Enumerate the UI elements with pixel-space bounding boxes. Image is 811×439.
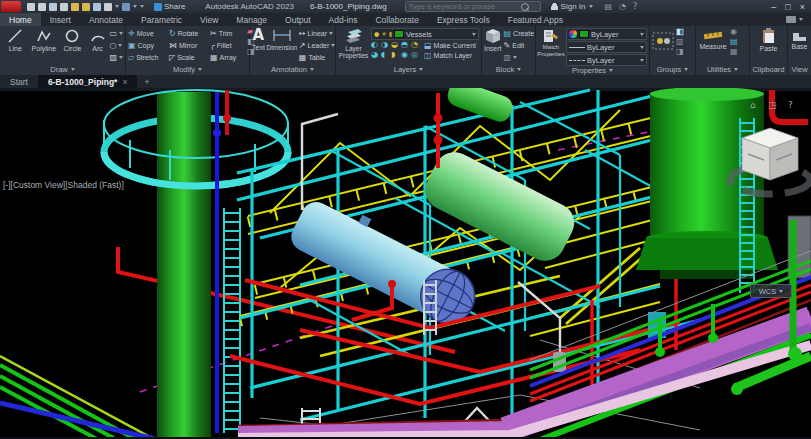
array-tool[interactable]: ▦Array <box>210 52 244 63</box>
quick-calculator-icon[interactable]: ▤ <box>730 38 738 46</box>
layer-delete-icon[interactable]: ◎ <box>411 51 421 61</box>
notifications-icon[interactable]: ◔ <box>619 3 626 11</box>
search-input[interactable] <box>409 2 521 11</box>
ribbon-display-caret-icon[interactable] <box>799 18 803 21</box>
qat-customize-caret-icon[interactable] <box>140 5 144 8</box>
ribbon-display-icon[interactable] <box>786 16 796 23</box>
panel-view-footer[interactable]: View <box>788 64 811 75</box>
redo-icon[interactable] <box>122 3 130 11</box>
copy-tool[interactable]: ▣Copy <box>128 40 168 51</box>
sheet-set-icon[interactable] <box>82 3 90 11</box>
linetype-dropdown[interactable]: ByLayer <box>566 54 647 66</box>
tab-home[interactable]: Home <box>0 13 41 26</box>
base-view-tool[interactable]: Base <box>790 28 809 50</box>
layer-dropdown[interactable]: ● ☀ ▮ Vessels <box>371 28 479 40</box>
rotate-tool[interactable]: ↻Rotate <box>169 28 209 39</box>
polyline-tool[interactable]: Polyline <box>31 28 58 52</box>
tab-parametric[interactable]: Parametric <box>132 13 191 26</box>
search-icon[interactable] <box>521 3 529 11</box>
panel-modify-footer[interactable]: Modify <box>126 64 249 75</box>
match-layer-tool[interactable]: ◫Match Layer <box>424 51 476 60</box>
plot-icon[interactable] <box>93 3 101 11</box>
wcs-dropdown[interactable]: WCS <box>750 284 792 298</box>
arc-tool[interactable]: Arc <box>88 28 108 52</box>
redo-caret-icon[interactable] <box>133 5 137 8</box>
layer-lock-tool-icon[interactable]: ◕ <box>371 51 381 61</box>
stretch-tool[interactable]: ▱Stretch <box>128 52 168 63</box>
measure-tool[interactable]: Measure <box>698 28 728 50</box>
id-point-icon[interactable]: ▦ <box>730 48 738 56</box>
block-attributes-icon[interactable]: ▥ <box>504 54 512 62</box>
layer-walk-icon[interactable]: ◗ <box>391 51 401 61</box>
help-search[interactable] <box>405 1 541 12</box>
tab-annotate[interactable]: Annotate <box>80 13 132 26</box>
viewport-controls[interactable]: [-][Custom View][Shaded (Fast)] <box>3 180 124 190</box>
undo-icon[interactable] <box>104 3 112 11</box>
tab-view[interactable]: View <box>191 13 227 26</box>
panel-utilities-footer[interactable]: Utilities <box>696 64 749 75</box>
signin-button[interactable]: Sign In <box>551 2 593 11</box>
save-icon[interactable] <box>49 3 57 11</box>
file-tab-start[interactable]: Start <box>0 75 38 88</box>
tab-collaborate[interactable]: Collaborate <box>366 13 427 26</box>
panel-block-footer[interactable]: Block <box>482 64 535 75</box>
panel-properties-footer[interactable]: Properties <box>536 66 649 75</box>
close-button[interactable]: × <box>800 2 805 12</box>
ellipse-tool-icon[interactable]: ○ <box>109 42 116 50</box>
tab-add-ins[interactable]: Add-ins <box>320 13 367 26</box>
share-button[interactable]: Share <box>154 2 185 11</box>
circle-tool[interactable]: Circle <box>59 28 86 52</box>
create-block-tool[interactable]: ▤Create <box>504 28 535 39</box>
mirror-tool[interactable]: ⋈Mirror <box>169 40 209 51</box>
dimension-tool[interactable]: Dimension <box>267 28 297 51</box>
file-tab-drawing[interactable]: 6-B-1000_Piping* × <box>38 75 137 88</box>
text-tool[interactable]: A Text <box>252 28 265 51</box>
autodesk-app-store-icon[interactable]: ▤ <box>605 3 613 11</box>
app-menu-button[interactable] <box>1 1 21 12</box>
save-as-icon[interactable] <box>60 3 68 11</box>
linear-tool[interactable]: ↔Linear <box>299 28 336 39</box>
paste-tool[interactable]: Paste <box>756 28 782 52</box>
new-icon[interactable] <box>27 3 35 11</box>
tab-output[interactable]: Output <box>276 13 320 26</box>
panel-layers-footer[interactable]: Layers <box>336 64 481 75</box>
group-tool-icon[interactable] <box>652 31 674 51</box>
edit-block-tool[interactable]: ✎Edit <box>504 40 535 51</box>
rect-caret-icon[interactable] <box>119 32 123 35</box>
insert-block-tool[interactable]: Insert <box>484 28 502 52</box>
plant-3d-scene[interactable]: ⌂ ◳ ? <box>0 88 811 439</box>
rectangle-tool-icon[interactable]: ▭ <box>109 30 117 38</box>
quick-select-icon[interactable]: ◉ <box>730 28 738 36</box>
group-edit-icon[interactable]: ▥ <box>676 38 684 46</box>
drawing-viewport[interactable]: ⌂ ◳ ? [-][Custom View][Shaded (Fast)] WC… <box>0 88 811 439</box>
hatch-caret-icon[interactable] <box>119 56 123 59</box>
layer-unlock-icon[interactable]: ◖ <box>381 51 391 61</box>
maximize-button[interactable]: □ <box>785 2 790 12</box>
match-properties-tool[interactable]: Match Properties <box>538 28 564 57</box>
line-tool[interactable]: Line <box>2 28 29 52</box>
object-color-dropdown[interactable]: ByLayer <box>566 28 647 40</box>
move-tool[interactable]: ✛Move <box>128 28 168 39</box>
close-tab-icon[interactable]: × <box>122 77 127 87</box>
table-tool[interactable]: ▦Table <box>299 52 336 63</box>
ungroup-icon[interactable]: ◧ <box>676 28 684 36</box>
layer-properties-tool[interactable]: Layer Properties <box>338 28 369 59</box>
group-selection-icon[interactable]: ◨ <box>676 48 684 56</box>
help-icon[interactable]: ? <box>633 3 637 11</box>
hatch-tool-icon[interactable]: ▨ <box>109 54 117 62</box>
tab-express-tools[interactable]: Express Tools <box>428 13 499 26</box>
trim-tool[interactable]: ✂Trim <box>210 28 244 39</box>
tab-insert[interactable]: Insert <box>41 13 80 26</box>
fillet-tool[interactable]: ╭Fillet <box>210 40 244 51</box>
tab-featured-apps[interactable]: Featured Apps <box>499 13 572 26</box>
ellipse-caret-icon[interactable] <box>118 44 122 47</box>
panel-draw-footer[interactable]: Draw <box>0 64 125 75</box>
layer-merge-icon[interactable]: ◉ <box>401 51 411 61</box>
lineweight-dropdown[interactable]: ByLayer <box>566 41 647 53</box>
panel-annotation-footer[interactable]: Annotation <box>250 64 335 75</box>
tab-manage[interactable]: Manage <box>227 13 276 26</box>
undo-caret-icon[interactable] <box>115 5 119 8</box>
make-current-tool[interactable]: ⬓Make Current <box>424 41 476 50</box>
open-icon[interactable] <box>38 3 46 11</box>
panel-groups-footer[interactable]: Groups <box>650 64 695 75</box>
